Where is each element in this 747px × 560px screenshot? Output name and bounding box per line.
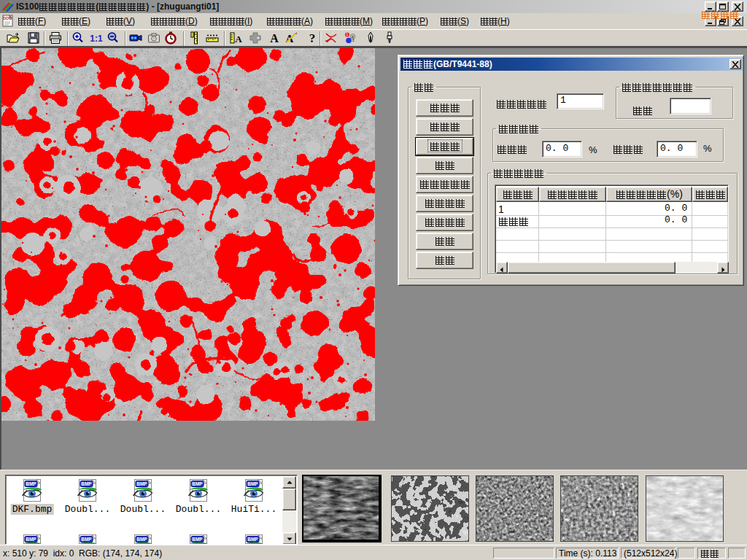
svg-text:BMP: BMP bbox=[247, 481, 258, 486]
svg-text:BMP: BMP bbox=[81, 481, 92, 486]
svg-text:1: 1 bbox=[347, 32, 349, 36]
svg-text:BMP: BMP bbox=[81, 537, 92, 542]
svg-text:A: A bbox=[235, 34, 242, 44]
svg-text:DOC: DOC bbox=[3, 16, 12, 20]
svg-text:BMP: BMP bbox=[136, 537, 147, 542]
svg-text:BMP: BMP bbox=[26, 481, 36, 486]
svg-text:1:1: 1:1 bbox=[90, 34, 103, 44]
svg-text:A: A bbox=[270, 32, 279, 44]
svg-text:3: 3 bbox=[352, 38, 354, 42]
svg-text:BMP: BMP bbox=[192, 481, 203, 486]
svg-text:BMP: BMP bbox=[247, 537, 258, 542]
svg-text:BMP: BMP bbox=[192, 537, 203, 542]
svg-text:BMP: BMP bbox=[26, 537, 36, 542]
svg-text:?: ? bbox=[309, 31, 316, 45]
svg-text:BMP: BMP bbox=[136, 481, 147, 486]
